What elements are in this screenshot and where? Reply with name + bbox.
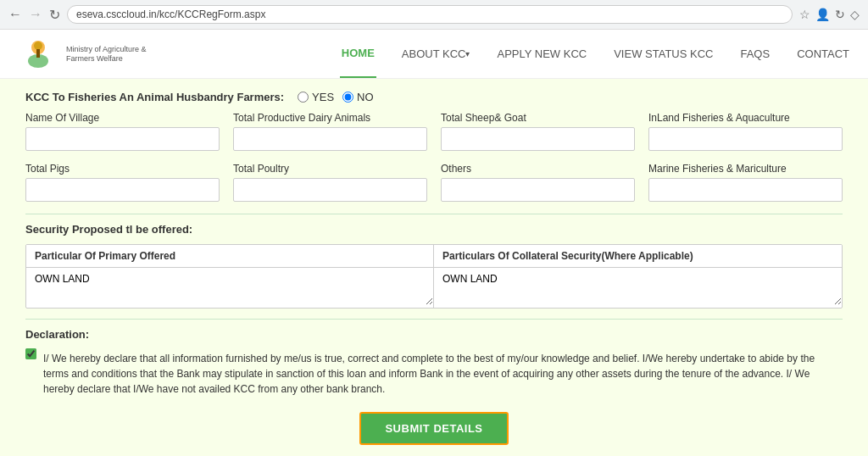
security-box-inner: Particular Of Primary Offered OWN LAND P… xyxy=(26,245,842,308)
label-dairy-animals: Total Productive Dairy Animals xyxy=(233,112,427,124)
radio-no-label[interactable]: NO xyxy=(342,91,374,103)
field-village: Name Of Village xyxy=(25,112,220,151)
navbar: Ministry of Agriculture & Farmers Welfar… xyxy=(0,30,868,79)
security-collateral-textarea[interactable]: OWN LAND xyxy=(434,268,842,305)
input-inland-fisheries[interactable] xyxy=(648,127,843,151)
navbar-links: HOME ABOUT KCC APPLY NEW KCC VIEW STATUS… xyxy=(340,30,851,78)
browser-icons: ☆ 👤 ↻ ◇ xyxy=(799,8,860,21)
security-primary-header: Particular Of Primary Offered xyxy=(26,245,433,268)
navbar-logo: Ministry of Agriculture & Farmers Welfar… xyxy=(17,37,151,71)
bookmark-icon[interactable]: ☆ xyxy=(799,8,810,21)
input-dairy-animals[interactable] xyxy=(233,127,427,151)
field-others: Others xyxy=(441,163,635,202)
url-bar[interactable]: eseva.csccloud.in/kcc/KCCRegForm.aspx xyxy=(67,5,793,24)
field-pigs: Total Pigs xyxy=(25,163,220,202)
field-dairy-animals: Total Productive Dairy Animals xyxy=(233,112,427,151)
label-others: Others xyxy=(441,163,635,175)
radio-yes-text: YES xyxy=(312,91,334,103)
label-village: Name Of Village xyxy=(25,112,220,124)
label-sheep-goat: Total Sheep& Goat xyxy=(441,112,635,124)
radio-yes[interactable] xyxy=(298,92,309,103)
declaration-text: I/ We hereby declare that all informatio… xyxy=(43,351,843,397)
logo-text: Ministry of Agriculture & Farmers Welfar… xyxy=(66,45,151,64)
field-sheep-goat: Total Sheep& Goat xyxy=(441,112,635,151)
field-marine-fisheries: Marine Fisheries & Mariculture xyxy=(648,163,843,202)
label-inland-fisheries: InLand Fisheries & Aquaculture xyxy=(648,112,843,124)
declaration-label: Declaration: xyxy=(25,328,843,341)
input-poultry[interactable] xyxy=(233,178,427,202)
input-village[interactable] xyxy=(25,127,220,151)
svg-point-2 xyxy=(34,42,42,50)
history-icon[interactable]: ↻ xyxy=(835,8,845,21)
declaration-section: Declaration: I/ We hereby declare that a… xyxy=(25,319,843,397)
security-primary-textarea[interactable]: OWN LAND xyxy=(26,268,433,305)
label-marine-fisheries: Marine Fisheries & Mariculture xyxy=(648,163,843,175)
radio-no[interactable] xyxy=(342,92,353,103)
security-box: Particular Of Primary Offered OWN LAND P… xyxy=(25,244,843,309)
nav-apply-new-kcc[interactable]: APPLY NEW KCC xyxy=(495,30,588,78)
user-icon[interactable]: 👤 xyxy=(815,8,830,21)
submit-wrapper: SUBMIT DETAILS xyxy=(25,412,843,445)
field-inland-fisheries: InLand Fisheries & Aquaculture xyxy=(648,112,843,151)
nav-view-status-kcc[interactable]: VIEW STATUS KCC xyxy=(612,30,715,78)
input-others[interactable] xyxy=(441,178,635,202)
security-collateral-col: Particulars Of Collateral Security(Where… xyxy=(434,245,842,308)
nav-faqs[interactable]: FAQS xyxy=(738,30,771,78)
browser-bar: ← → ↻ eseva.csccloud.in/kcc/KCCRegForm.a… xyxy=(0,0,868,30)
kcc-label: KCC To Fisheries An Animal Husbandry Far… xyxy=(25,91,284,103)
kcc-header: KCC To Fisheries An Animal Husbandry Far… xyxy=(25,79,843,112)
refresh-icon[interactable]: ↻ xyxy=(49,7,60,23)
input-pigs[interactable] xyxy=(25,178,220,202)
back-icon[interactable]: ← xyxy=(8,7,22,22)
form-row-2: Total Pigs Total Poultry Others Marine F… xyxy=(25,163,843,202)
input-sheep-goat[interactable] xyxy=(441,127,635,151)
radio-no-text: NO xyxy=(357,91,374,103)
form-row-1: Name Of Village Total Productive Dairy A… xyxy=(25,112,843,151)
security-collateral-header: Particulars Of Collateral Security(Where… xyxy=(434,245,842,268)
declaration-checkbox[interactable] xyxy=(25,348,36,359)
radio-group: YES NO xyxy=(298,91,374,103)
nav-contact[interactable]: CONTACT xyxy=(795,30,851,78)
svg-rect-3 xyxy=(36,49,40,58)
extensions-icon[interactable]: ◇ xyxy=(850,8,860,21)
submit-button[interactable]: SUBMIT DETAILS xyxy=(359,412,508,445)
declaration-divider xyxy=(25,319,843,320)
label-poultry: Total Poultry xyxy=(233,163,427,175)
main-content: KCC To Fisheries An Animal Husbandry Far… xyxy=(0,79,868,456)
nav-about-kcc[interactable]: ABOUT KCC xyxy=(400,30,472,78)
security-divider xyxy=(25,214,843,214)
page: Ministry of Agriculture & Farmers Welfar… xyxy=(0,30,868,456)
label-pigs: Total Pigs xyxy=(25,163,220,175)
forward-icon[interactable]: → xyxy=(29,7,42,22)
logo-image xyxy=(17,37,59,71)
radio-yes-label[interactable]: YES xyxy=(298,91,334,103)
checkbox-wrapper: I/ We hereby declare that all informatio… xyxy=(25,346,843,397)
security-primary-col: Particular Of Primary Offered OWN LAND xyxy=(26,245,434,308)
nav-home[interactable]: HOME xyxy=(340,30,376,78)
input-marine-fisheries[interactable] xyxy=(648,178,843,202)
security-label: Security Proposed tl be offered: xyxy=(25,223,843,236)
field-poultry: Total Poultry xyxy=(233,163,427,202)
